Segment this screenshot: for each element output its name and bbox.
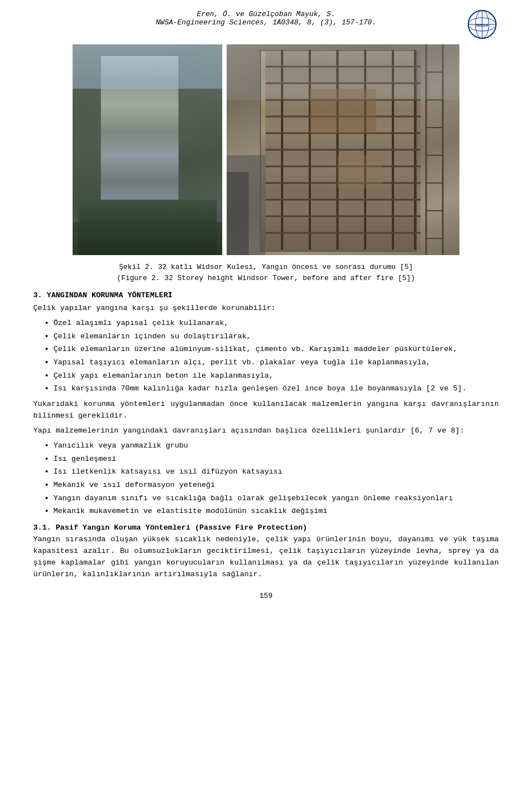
page-number: 159 [33,592,499,600]
header-text: Eren, Ö. ve Güzelçoban Mayuk, S. NWSA-En… [66,10,466,27]
protection-methods-list: Özel alaşımlı yapısal çelik kullanarak, … [33,318,499,395]
svg-rect-37 [227,172,249,255]
material-properties-list: Yanıcılık veya yanmazlık grubu Isı genle… [33,440,499,518]
list-item: Mekanik mukavemetin ve elastisite modülü… [33,506,499,518]
building-before-image [73,44,222,255]
figure-caption: Şekil 2. 32 katlı Widsor Kulesi, Yangın … [33,262,499,283]
subsection31-heading: 3.1. Pasif Yangın Koruma Yöntemleri (Pas… [33,523,499,532]
list-item: Özel alaşımlı yapısal çelik kullanarak, [33,318,499,330]
images-section [33,44,499,255]
section3-intro: Çelik yapılar yangına karşı şu şekillerd… [33,303,499,314]
building-after-overlay [227,44,459,255]
svg-rect-38 [227,44,459,100]
list-item: Mekanik ve ısıl deformasyon yeteneği [33,480,499,492]
paragraph2: Yapı malzemelerinin yangındaki davranışl… [33,425,499,437]
list-item: Yapısal taşıyıcı elemanların alçı, perli… [33,357,499,369]
list-item: Çelik yapı elemanlarının beton ile kapla… [33,370,499,383]
caption-line2: (Figure 2. 32 Storey height Windsor Towe… [33,273,499,284]
page-header: Eren, Ö. ve Güzelçoban Mayuk, S. NWSA-En… [33,10,499,39]
paragraph3: Yangın sırasında oluşan yüksek sıcaklık … [33,534,499,581]
svg-text:NWSA: NWSA [476,23,488,27]
author-line: Eren, Ö. ve Güzelçoban Mayuk, S. [66,10,466,18]
building-after-image [227,44,459,255]
list-item: Yanıcılık veya yanmazlık grubu [33,440,499,453]
paragraph1: Yukarıdaki korunma yöntemleri uygulanmad… [33,399,499,422]
list-item: Isı iletkenlik katsayısı ve ısıl difüzyo… [33,466,499,479]
svg-rect-26 [337,155,382,189]
nwsa-logo-icon: NWSA [468,10,497,39]
list-item: Isı genleşmesi [33,454,499,466]
list-item: Yangın dayanım sınıfı ve sıcaklığa bağlı… [33,493,499,505]
page-container: Eren, Ö. ve Güzelçoban Mayuk, S. NWSA-En… [0,0,532,622]
list-item: Çelik elemanların üzerine alüminyum-sili… [33,344,499,356]
section3-heading: 3. YANGINDAN KORUNMA YÖNTEMLERİ [33,291,499,299]
journal-line: NWSA-Engineering Sciences, 1A0348, 8, (3… [66,18,466,27]
logo-container: NWSA [466,10,499,39]
caption-line1: Şekil 2. 32 katlı Widsor Kulesi, Yangın … [33,262,499,273]
list-item: Isı karşısında 70mm kalınlığa kadar hızl… [33,383,499,395]
list-item: Çelik elemanların içinden su dolaştırıla… [33,331,499,343]
